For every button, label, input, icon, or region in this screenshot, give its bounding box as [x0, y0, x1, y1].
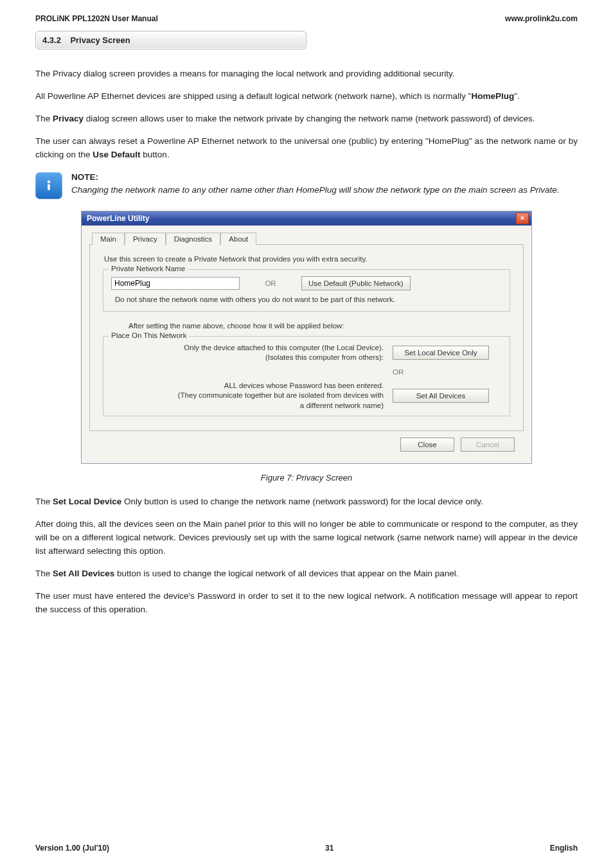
note-block: NOTE: Changing the network name to any o… [35, 171, 578, 199]
dialog-titlebar: PowerLine Utility × [82, 211, 531, 226]
section-heading: 4.3.2 Privacy Screen [35, 31, 306, 49]
paragraph-4: The user can always reset a Powerline AP… [35, 135, 578, 162]
after-setting-text: After setting the name above, choose how… [129, 322, 513, 330]
network-name-input[interactable] [111, 277, 240, 290]
tab-about[interactable]: About [220, 233, 256, 245]
page-header: PROLiNK PPL1202N User Manual www.prolink… [35, 14, 578, 23]
paragraph-6: After doing this, all the devices seen o… [35, 518, 578, 558]
footer-right: English [550, 844, 578, 853]
figure-caption: Figure 7: Privacy Screen [261, 473, 352, 483]
place-on-network-legend: Place On This Network [109, 332, 189, 339]
or-label-1: OR [251, 279, 290, 287]
tab-privacy[interactable]: Privacy [125, 233, 166, 245]
header-right: www.prolink2u.com [505, 14, 578, 23]
note-label: NOTE: [71, 171, 559, 184]
footer-center: 31 [325, 844, 333, 853]
paragraph-1: The Privacy dialog screen provides a mea… [35, 67, 578, 81]
set-all-devices-button[interactable]: Set All Devices [393, 389, 489, 403]
private-network-legend: Private Network Name [109, 265, 188, 272]
section-title: Privacy Screen [70, 35, 130, 45]
paragraph-8: The user must have entered the device's … [35, 590, 578, 617]
footer-left: Version 1.00 (Jul'10) [35, 844, 109, 853]
private-network-name-group: Private Network Name OR Use Default (Pub… [103, 269, 510, 312]
paragraph-5: The Set Local Device Only button is used… [35, 495, 578, 509]
info-icon [35, 172, 62, 199]
section-number: 4.3.2 [42, 35, 61, 45]
cancel-button: Cancel [461, 438, 515, 452]
network-name-warning: Do not share the network name with other… [115, 296, 502, 303]
tab-main[interactable]: Main [92, 233, 125, 245]
or-label-2: OR [393, 368, 502, 376]
place-on-network-group: Place On This Network Only the device at… [103, 336, 510, 417]
paragraph-7: The Set All Devices button is used to ch… [35, 567, 578, 581]
dialog-title: PowerLine Utility [87, 214, 149, 223]
set-local-device-button[interactable]: Set Local Device Only [393, 346, 489, 360]
tab-diagnostics[interactable]: Diagnostics [166, 233, 220, 245]
svg-rect-1 [48, 184, 50, 190]
page-footer: Version 1.00 (Jul'10) 31 English [35, 844, 578, 853]
privacy-intro: Use this screen to create a Private Netw… [104, 255, 513, 263]
use-default-button[interactable]: Use Default (Public Network) [301, 276, 411, 290]
close-button[interactable]: Close [400, 438, 454, 452]
powerline-utility-dialog: PowerLine Utility × Main Privacy Diagnos… [81, 211, 532, 465]
note-text: Changing the network name to any other n… [71, 184, 559, 197]
svg-point-0 [48, 180, 50, 182]
privacy-tab-pane: Use this screen to create a Private Netw… [89, 245, 524, 432]
tab-strip: Main Privacy Diagnostics About [89, 232, 524, 245]
paragraph-3: The Privacy dialog screen allows user to… [35, 112, 578, 126]
close-icon[interactable]: × [516, 213, 529, 224]
header-left: PROLiNK PPL1202N User Manual [35, 14, 158, 23]
local-device-text: Only the device attached to this compute… [111, 343, 384, 363]
all-devices-text: ALL devices whose Password has been ente… [111, 381, 384, 411]
paragraph-2: All Powerline AP Ethernet devices are sh… [35, 90, 578, 103]
